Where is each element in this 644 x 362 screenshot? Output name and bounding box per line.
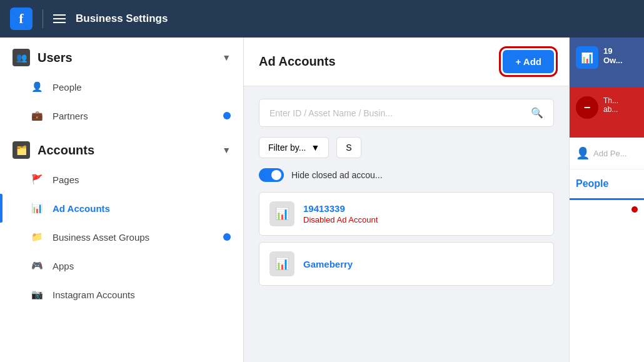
panel-ad-icon: 📊 [576, 46, 598, 69]
red-dot [631, 206, 638, 213]
panel-red-line2: ab... [603, 105, 618, 114]
sidebar-item-pages[interactable]: 🚩 Pages [0, 165, 243, 194]
account-item-2[interactable]: 📊 Gameberry [259, 242, 554, 286]
panel-remove-icon: − [576, 96, 598, 119]
apps-icon: 🎮 [30, 259, 44, 273]
account-name-2: Gameberry [303, 259, 353, 269]
pages-icon: 🚩 [30, 173, 44, 186]
filter-button[interactable]: Filter by... ▼ [259, 137, 329, 158]
panel-red-text: Th... ab... [603, 96, 618, 114]
business-asset-groups-icon: 📁 [30, 230, 44, 244]
toggle-label: Hide closed ad accou... [291, 170, 383, 180]
search-bar: Enter ID / Asset Name / Busin... 🔍 [259, 99, 554, 127]
add-button[interactable]: + Add [503, 50, 554, 73]
account-icon-2: 📊 [269, 251, 294, 276]
sidebar-item-people[interactable]: 👤 People [0, 73, 243, 101]
bag-dot [223, 233, 231, 241]
users-chevron: ▼ [222, 53, 231, 63]
add-people-section[interactable]: 👤 Add Pe... [570, 138, 644, 169]
ad-accounts-icon: 📊 [30, 201, 44, 215]
account-info-1: 19413339 Disabled Ad Account [303, 203, 378, 224]
account-item-1[interactable]: 📊 19413339 Disabled Ad Account [259, 192, 554, 236]
people-tab[interactable]: People [570, 169, 644, 200]
users-icon: 👥 [13, 49, 30, 66]
sort-button[interactable]: S [336, 137, 361, 158]
right-panel-top: 📊 19 Ow... [570, 38, 644, 88]
content-title: Ad Accounts [259, 54, 336, 69]
content-area: Ad Accounts + Add Enter ID / Asset Name … [244, 38, 569, 362]
accounts-chevron: ▼ [222, 145, 231, 155]
search-icon[interactable]: 🔍 [531, 107, 543, 119]
users-section-title: 👥 Users [13, 49, 73, 66]
users-section-header[interactable]: 👥 Users ▼ [0, 38, 243, 73]
right-panel: 📊 19 Ow... − Th... ab... 👤 Add Pe... Peo… [569, 38, 644, 362]
nav-title: Business Settings [76, 13, 168, 25]
add-people-label: Add Pe... [593, 149, 626, 158]
content-body: Enter ID / Asset Name / Busin... 🔍 Filte… [244, 86, 569, 362]
add-people-icon: 👤 [576, 146, 590, 160]
top-nav: f Business Settings [0, 0, 644, 38]
panel-sub: Ow... [603, 56, 623, 65]
partners-dot [223, 112, 231, 119]
accounts-icon: 🗂️ [13, 141, 30, 159]
toggle-row: Hide closed ad accou... [259, 168, 554, 182]
filter-chevron-icon: ▼ [311, 143, 319, 153]
panel-number: 19 [603, 46, 623, 56]
hamburger-menu[interactable] [53, 14, 66, 23]
account-icon-1: 📊 [269, 201, 294, 226]
right-panel-red: − Th... ab... [570, 88, 644, 138]
people-tab-label: People [576, 178, 608, 189]
search-placeholder: Enter ID / Asset Name / Busin... [269, 108, 393, 118]
account-name-1: 19413339 [303, 203, 378, 214]
sidebar-item-partners[interactable]: 💼 Partners [0, 101, 243, 130]
content-header: Ad Accounts + Add [244, 38, 569, 86]
hide-closed-toggle[interactable] [259, 168, 284, 182]
sidebar-item-business-asset-groups[interactable]: 📁 Business Asset Groups [0, 223, 243, 251]
main-layout: 👥 Users ▼ 👤 People 💼 Partners 🗂️ Account… [0, 38, 644, 362]
panel-red-line1: Th... [603, 96, 618, 105]
sidebar-item-ad-accounts[interactable]: 📊 Ad Accounts [0, 194, 243, 223]
sidebar-item-apps[interactable]: 🎮 Apps [0, 251, 243, 280]
account-info-2: Gameberry [303, 259, 353, 269]
accounts-section-title: 🗂️ Accounts [13, 141, 94, 159]
people-icon: 👤 [30, 80, 44, 94]
sidebar: 👥 Users ▼ 👤 People 💼 Partners 🗂️ Account… [0, 38, 244, 362]
instagram-icon: 📷 [30, 288, 44, 301]
account-status-1: Disabled Ad Account [303, 215, 378, 224]
facebook-logo: f [10, 8, 33, 30]
sidebar-item-instagram-accounts[interactable]: 📷 Instagram Accounts [0, 280, 243, 309]
nav-divider [43, 9, 43, 28]
accounts-section-header[interactable]: 🗂️ Accounts ▼ [0, 130, 243, 165]
partners-icon: 💼 [30, 109, 44, 123]
filter-row: Filter by... ▼ S [259, 137, 554, 158]
panel-top-text: 19 Ow... [603, 46, 623, 65]
